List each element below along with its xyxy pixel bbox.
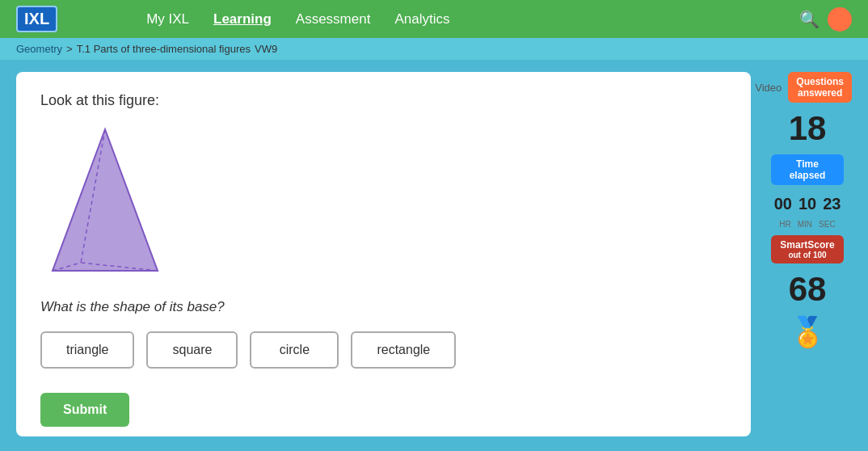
time-display: 00 10 23: [774, 195, 841, 213]
choice-circle[interactable]: circle: [250, 331, 339, 369]
time-elapsed-box: Time elapsed: [771, 154, 844, 185]
nav-analytics[interactable]: Analytics: [394, 11, 449, 27]
smartscore-value: 68: [789, 270, 827, 309]
questions-count: 18: [789, 109, 827, 148]
choice-rectangle[interactable]: rectangle: [351, 331, 456, 369]
breadcrumb-code: VW9: [255, 43, 277, 55]
figure-label: Look at this figure:: [40, 92, 727, 109]
question-text: What is the shape of its base?: [40, 299, 727, 315]
logo: IXL: [16, 6, 57, 32]
min-unit: MIN: [798, 220, 812, 229]
choice-square[interactable]: square: [146, 331, 238, 369]
submit-button[interactable]: Submit: [40, 393, 129, 427]
content-card: Look at this figure: What is the shape o…: [16, 72, 751, 436]
ribbon-icon: 🏅: [790, 315, 826, 349]
triangle-svg: [40, 121, 170, 283]
video-questions-row: ▶ Video Questionsanswered: [763, 72, 852, 103]
nav-assessment[interactable]: Assessment: [296, 11, 371, 27]
sidebar-top: ▶ Video Questionsanswered: [763, 72, 852, 103]
header: IXL My IXL Learning Assessment Analytics…: [0, 0, 868, 38]
video-label: Video: [755, 82, 782, 94]
triangle-figure: [40, 121, 170, 283]
time-hr: 00: [774, 195, 792, 213]
nav: My IXL Learning Assessment Analytics: [146, 11, 449, 27]
sidebar: ▶ Video Questionsanswered 18 Time elapse…: [763, 72, 852, 436]
questions-answered-label: Questionsanswered: [796, 76, 844, 99]
smartscore-sub: out of 100: [779, 251, 836, 259]
smartscore-label: SmartScore: [779, 239, 836, 251]
answer-choices: triangle square circle rectangle: [40, 331, 727, 369]
breadcrumb-geometry[interactable]: Geometry: [16, 43, 62, 55]
main-wrapper: Look at this figure: What is the shape o…: [0, 60, 868, 449]
hr-unit: HR: [779, 220, 790, 229]
time-min: 10: [798, 195, 816, 213]
breadcrumb-topic: T.1 Parts of three-dimensional figures: [77, 43, 251, 55]
sec-unit: SEC: [819, 220, 836, 229]
header-right: 🔍: [799, 7, 852, 32]
choice-triangle[interactable]: triangle: [40, 331, 134, 369]
svg-marker-0: [53, 129, 158, 271]
nav-my-ixl[interactable]: My IXL: [146, 11, 189, 27]
questions-answered-box: Questionsanswered: [788, 72, 852, 103]
search-button[interactable]: 🔍: [799, 10, 820, 29]
nav-learning[interactable]: Learning: [213, 11, 272, 27]
time-elapsed-label: Time elapsed: [779, 158, 836, 181]
breadcrumb: Geometry > T.1 Parts of three-dimensiona…: [0, 38, 868, 60]
time-sec: 23: [823, 195, 841, 213]
avatar: [828, 7, 852, 32]
smartscore-box: SmartScore out of 100: [771, 235, 844, 263]
